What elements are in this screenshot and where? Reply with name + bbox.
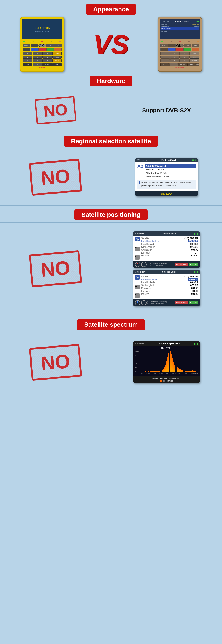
gold-blue[interactable] <box>168 48 176 51</box>
num-8[interactable]: 8 <box>33 59 42 62</box>
sat-row-2-satellite: Satellite (1/2) ABS 2/2 <box>141 275 198 278</box>
gold-num-3[interactable]: 3 <box>180 52 190 55</box>
gold-num-7[interactable]: 7 <box>160 59 170 62</box>
regional-option-1[interactable]: Europe(73°E-0°E) <box>145 168 196 171</box>
gold-nav-menu[interactable]: MENU <box>160 44 168 47</box>
regional-option-3[interactable]: America(61°W-160°W) <box>145 175 196 178</box>
spectrum-refresh-btn[interactable]: TP Refresh <box>160 380 173 382</box>
gold-num-9[interactable]: 9 <box>180 59 190 62</box>
btn-back[interactable]: BACK <box>23 63 32 66</box>
sat-row-2-longitude: Local Longitude < 000.00 W <box>141 278 198 281</box>
regional-battery: ▮▮▮ <box>192 159 196 162</box>
gold-num-8[interactable]: 8 <box>170 59 180 62</box>
spectrum-bar-42 <box>189 371 190 372</box>
gold-beep[interactable]: BEEP <box>190 56 200 59</box>
spectrum-chart: -dBm 20 39 58 77 96 <box>135 350 198 372</box>
gold-orange[interactable] <box>192 48 199 51</box>
nav-fav[interactable]: FAV <box>46 44 54 47</box>
gold-num-0[interactable]: 0 <box>169 63 178 66</box>
gold-num-5[interactable]: 5 <box>170 56 180 59</box>
spectrum-bar-29 <box>174 364 175 372</box>
gold-info[interactable]: INFO <box>187 63 196 66</box>
nav-ok[interactable]: OK <box>38 44 46 47</box>
gold-num-1[interactable]: 1 <box>160 52 170 55</box>
calculate-btn-1[interactable]: ■ Calculate <box>175 263 188 266</box>
regional-screen-body: Aa Asia(160°W-73°E) Europe(73°E-0°E) Atl… <box>135 162 198 191</box>
nav-orange[interactable] <box>54 48 62 51</box>
regional-section: Regional selection satellite NO V8 Finde… <box>0 132 222 206</box>
spectrum-bar-4 <box>145 372 146 372</box>
num-6[interactable]: 6 <box>42 56 52 59</box>
sat-icons-1: 📡 ✱ ⚙ <box>135 237 140 260</box>
num-3[interactable]: 3 <box>42 52 52 55</box>
sat-pos-left: NO <box>0 244 111 294</box>
num-5[interactable]: 5 <box>33 56 42 59</box>
gold-pause[interactable]: PAUSE <box>178 63 187 66</box>
btn-0[interactable]: 0 <box>33 63 42 66</box>
gold-red[interactable] <box>176 48 184 51</box>
gold-screen: GTMEDIA Antenna Setup ▮▮▮ Motor TypeDiSE… <box>160 19 200 39</box>
spectrum-bar-41 <box>188 371 189 372</box>
num-1[interactable]: 1 <box>23 52 32 55</box>
regional-option-2[interactable]: Atlantic(0°W-61°W) <box>145 171 196 175</box>
maps-btn-2[interactable]: ■ Maps <box>189 301 198 304</box>
num-7[interactable]: 7 <box>23 59 32 62</box>
nav-menu[interactable]: MENU <box>23 44 30 47</box>
nav-blue[interactable] <box>31 48 38 51</box>
gold-num-4[interactable]: 4 <box>160 56 170 59</box>
nav-exit[interactable]: EXIT <box>54 44 62 47</box>
sat-btns-1: ■ Calculate ■ Maps <box>175 263 198 266</box>
regional-info: ℹ Press OK Key to select satellite regio… <box>137 180 196 189</box>
gold-nav-exit[interactable]: EXIT <box>192 44 199 47</box>
gold-green[interactable] <box>184 48 192 51</box>
gold-num-2[interactable]: 2 <box>170 52 180 55</box>
sat-icons-2: 📡 ✱ ⚙ <box>135 275 140 298</box>
gold-back[interactable]: BACK <box>160 63 169 66</box>
spectrum-bar-21 <box>165 364 166 372</box>
nav-red[interactable] <box>38 48 46 51</box>
gold-num-6[interactable]: 6 <box>180 56 190 59</box>
btn-pause[interactable]: PAUSE <box>42 63 52 66</box>
gold-nav-fav[interactable]: FAV <box>184 44 192 47</box>
spectrum-bar-30 <box>176 366 176 372</box>
sat-screen-2-footer: "0-Horizontal, ascending""0-North, Clock… <box>133 299 200 306</box>
spectrum-bar-17 <box>161 370 161 373</box>
gold-mute[interactable]: MUTE <box>190 52 200 55</box>
regional-option-0[interactable]: Asia(160°W-73°E) <box>145 164 196 168</box>
gold-nav-up[interactable] <box>168 44 176 47</box>
nav-green[interactable] <box>46 48 54 51</box>
y-5: 96 <box>135 370 140 372</box>
gold-tvr[interactable]: TVR <box>196 63 199 66</box>
spectrum-bar-11 <box>153 371 154 372</box>
compass-2 <box>141 262 147 267</box>
btn-tvr[interactable]: TVR <box>52 63 62 66</box>
num-9[interactable]: 9 <box>42 59 52 62</box>
spectrum-bar-44 <box>192 370 193 373</box>
num-mute[interactable]: MUTE <box>52 52 62 55</box>
regional-footer: GTMEDIA <box>135 191 198 196</box>
num-4[interactable]: 4 <box>23 56 32 59</box>
spectrum-x-axis: 950 1060 1200 1350 1500 1650 1800 1970 2… <box>135 372 198 375</box>
gold-device: GTMEDIA Antenna Setup ▮▮▮ Motor TypeDiSE… <box>158 17 202 72</box>
sat-btns-2: ■ Calculate ■ Maps <box>175 301 198 304</box>
gold-led-1 <box>161 41 163 42</box>
sat-screen-1-footer: "0-Horizontal, ascending""0-North, Clock… <box>133 261 200 268</box>
gold-nav-left[interactable] <box>160 48 168 51</box>
num-beep[interactable]: BEEP <box>52 56 62 59</box>
maps-btn-1[interactable]: ■ Maps <box>189 263 198 266</box>
sat-icon-gear-2: ⚙ <box>135 294 140 298</box>
gold-blight[interactable]: BLIGHT <box>190 59 200 62</box>
y-3: 58 <box>135 362 140 364</box>
calculate-btn-2[interactable]: ■ Calculate <box>175 301 188 304</box>
gold-led-3 <box>197 41 199 42</box>
gold-nav-ok[interactable]: OK <box>176 44 184 47</box>
nav-left[interactable] <box>23 48 30 51</box>
led-power <box>23 41 25 42</box>
num-blight[interactable]: BLIGHT <box>52 59 62 62</box>
sat-icon-wrench-2: ✱ <box>135 285 140 290</box>
appearance-title: Appearance <box>86 4 136 14</box>
yellow-sub: Powered by Freesat <box>34 30 50 32</box>
num-2[interactable]: 2 <box>33 52 42 55</box>
nav-up[interactable] <box>31 44 38 47</box>
regional-icon: Aa <box>137 164 143 178</box>
